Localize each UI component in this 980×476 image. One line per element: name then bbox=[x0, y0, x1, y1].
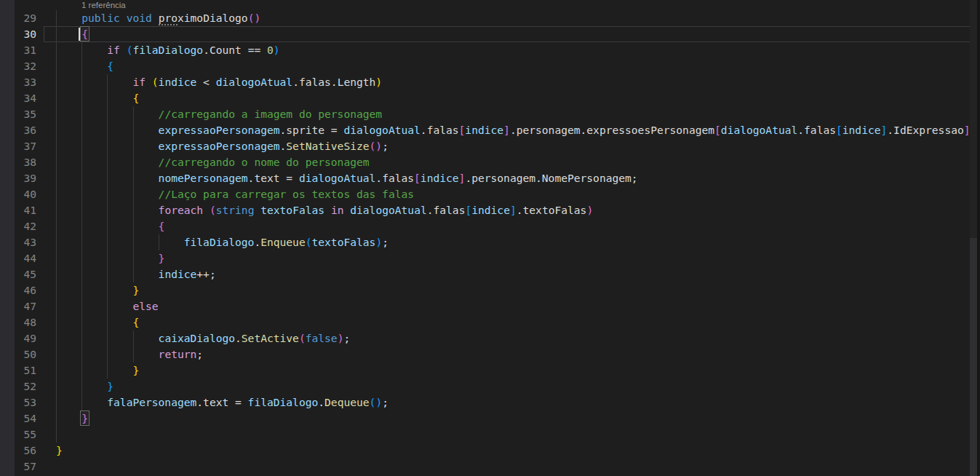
code-token: foreach bbox=[159, 204, 204, 216]
code-line[interactable]: { bbox=[56, 90, 976, 106]
code-line[interactable]: { bbox=[56, 314, 976, 330]
code-text-area[interactable]: public void proximoDialogo() { if (filaD… bbox=[56, 10, 976, 475]
code-token bbox=[324, 204, 331, 216]
code-token: ) bbox=[375, 140, 382, 152]
code-line[interactable]: caixaDialogo.SetActive(false); bbox=[56, 330, 976, 346]
scrollbar-thumb[interactable] bbox=[970, 238, 977, 476]
code-line[interactable]: } bbox=[56, 362, 976, 378]
line-number[interactable]: 30 bbox=[0, 26, 36, 42]
line-number[interactable]: 50 bbox=[0, 346, 36, 362]
code-line[interactable]: { bbox=[56, 26, 976, 42]
line-number[interactable]: 45 bbox=[0, 266, 36, 282]
line-number[interactable]: 51 bbox=[0, 362, 36, 378]
code-token: filaDialogo bbox=[184, 236, 255, 248]
line-number[interactable]: 34 bbox=[0, 90, 36, 106]
code-token: .falas bbox=[375, 172, 414, 184]
line-number[interactable]: 47 bbox=[0, 298, 36, 314]
code-token: public bbox=[81, 12, 120, 24]
code-token: SetActive bbox=[242, 332, 299, 344]
code-line[interactable]: } bbox=[56, 250, 976, 266]
line-number[interactable]: 52 bbox=[0, 378, 36, 394]
code-line[interactable] bbox=[56, 427, 976, 443]
code-token: ( bbox=[299, 332, 306, 344]
code-line[interactable]: expressaoPersonagem.sprite = dialogoAtua… bbox=[56, 122, 976, 138]
line-number[interactable]: 54 bbox=[0, 410, 36, 427]
code-line[interactable]: } bbox=[56, 282, 976, 298]
line-number[interactable]: 40 bbox=[0, 186, 36, 202]
code-line[interactable]: } bbox=[56, 378, 976, 394]
code-token bbox=[152, 12, 159, 24]
line-number[interactable]: 39 bbox=[0, 170, 36, 186]
code-token: { bbox=[132, 92, 139, 104]
code-line[interactable]: return; bbox=[56, 346, 976, 362]
code-token bbox=[56, 92, 132, 104]
code-token bbox=[56, 348, 159, 360]
line-number[interactable]: 44 bbox=[0, 250, 36, 266]
code-token bbox=[56, 188, 159, 200]
code-line[interactable]: } bbox=[56, 443, 976, 459]
code-line[interactable]: foreach (string textoFalas in dialogoAtu… bbox=[56, 202, 976, 218]
code-line[interactable]: { bbox=[56, 218, 976, 234]
line-number[interactable]: 42 bbox=[0, 218, 36, 234]
code-token: indice bbox=[159, 76, 197, 88]
code-token: indice bbox=[159, 268, 197, 280]
code-token bbox=[56, 332, 159, 344]
code-token: .falas bbox=[427, 204, 466, 216]
code-token bbox=[56, 284, 132, 296]
code-token: < bbox=[196, 76, 215, 88]
code-line[interactable]: indice++; bbox=[56, 266, 976, 282]
code-token bbox=[120, 44, 127, 56]
code-token: dialogoAtual bbox=[299, 172, 375, 184]
code-token: .IdExpressao bbox=[887, 124, 963, 136]
code-token bbox=[56, 12, 81, 24]
code-token: ) bbox=[375, 76, 382, 88]
code-token: .falas.Length bbox=[292, 76, 375, 88]
code-token bbox=[56, 108, 159, 120]
code-line[interactable]: expressaoPersonagem.SetNativeSize(); bbox=[56, 138, 976, 154]
code-line[interactable]: if (filaDialogo.Count == 0) bbox=[56, 42, 976, 58]
code-token: dialogoAtual bbox=[350, 204, 426, 216]
code-line[interactable]: nomePersonagem.text = dialogoAtual.falas… bbox=[56, 170, 976, 186]
line-number[interactable]: 41 bbox=[0, 202, 36, 218]
code-token: indice bbox=[421, 172, 459, 184]
code-line[interactable]: { bbox=[56, 58, 976, 74]
line-number[interactable]: 36 bbox=[0, 122, 36, 138]
line-number[interactable]: 38 bbox=[0, 154, 36, 170]
code-token: } bbox=[56, 444, 63, 456]
code-line[interactable]: public void proximoDialogo() bbox=[56, 10, 976, 26]
code-token: Dequeue bbox=[324, 396, 370, 408]
code-token: . bbox=[254, 236, 260, 248]
code-line[interactable]: else bbox=[56, 298, 976, 314]
line-number[interactable]: 55 bbox=[0, 427, 36, 443]
code-token: if bbox=[107, 44, 120, 56]
code-line[interactable] bbox=[56, 459, 976, 475]
code-token bbox=[56, 268, 159, 280]
code-line[interactable]: if (indice < dialogoAtual.falas.Length) bbox=[56, 74, 976, 90]
code-token bbox=[56, 60, 107, 72]
code-line[interactable]: } bbox=[56, 410, 976, 427]
code-line[interactable]: //carregando o nome do personagem bbox=[56, 154, 976, 170]
code-line[interactable]: filaDialogo.Enqueue(textoFalas); bbox=[56, 234, 976, 250]
line-number[interactable]: 32 bbox=[0, 58, 36, 74]
code-line[interactable]: //Laço para carregar os textos das falas bbox=[56, 186, 976, 202]
line-number[interactable]: 46 bbox=[0, 282, 36, 298]
bracket-match: } bbox=[81, 412, 88, 424]
line-number[interactable]: 49 bbox=[0, 330, 36, 346]
line-number-gutter[interactable]: 2930313233343536373839404142434445464748… bbox=[0, 10, 36, 475]
code-line[interactable]: falaPersonagem.text = filaDialogo.Dequeu… bbox=[56, 394, 976, 410]
line-number[interactable]: 37 bbox=[0, 138, 36, 154]
line-number[interactable]: 35 bbox=[0, 106, 36, 122]
line-number[interactable]: 53 bbox=[0, 394, 36, 410]
line-number[interactable]: 56 bbox=[0, 443, 36, 459]
line-number[interactable]: 57 bbox=[0, 459, 36, 475]
codelens-references[interactable]: 1 referência bbox=[81, 0, 126, 10]
line-number[interactable]: 31 bbox=[0, 42, 36, 58]
line-number[interactable]: 43 bbox=[0, 234, 36, 250]
line-number[interactable]: 48 bbox=[0, 314, 36, 330]
line-number[interactable]: 29 bbox=[0, 10, 36, 26]
code-token: ; bbox=[382, 140, 389, 152]
code-token: .falas bbox=[421, 124, 459, 136]
code-token: } bbox=[107, 380, 113, 392]
line-number[interactable]: 33 bbox=[0, 74, 36, 90]
code-line[interactable]: //carregando a imagem do personagem bbox=[56, 106, 976, 122]
